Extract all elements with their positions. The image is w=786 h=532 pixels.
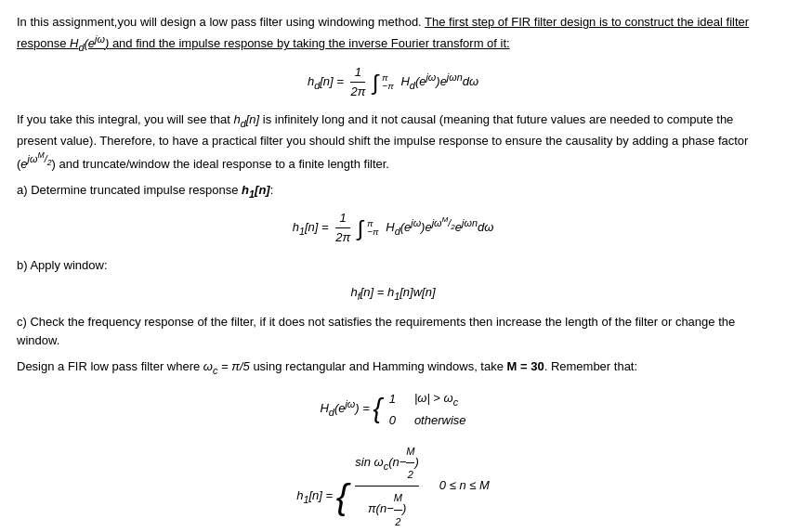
intro-para2: If you take this integral, you will see …	[17, 110, 769, 174]
eq-h1-piecewise: h1[n] = { sin ωc(n−M2) π(n−M2) 0 ≤ n ≤ M…	[17, 440, 769, 532]
eq-hd: hd[n] = 1 2π ∫ π−π Hd(ejω)ejωndω	[17, 63, 769, 101]
design-task: Design a FIR low pass filter where ωc = …	[17, 357, 769, 378]
section-a-label: a) Determine truncated impulse response …	[17, 181, 769, 201]
eq-hd-piecewise: Hd(ejω) = { 1 |ω| > ωc 0 otherwise	[17, 388, 769, 431]
section-c-label: c) Check the frequency response of the f…	[17, 313, 769, 350]
section-b-label: b) Apply window:	[17, 256, 769, 275]
main-content: In this assignment,you will design a low…	[17, 13, 769, 532]
eq-h1: h1[n] = 1 2π ∫ π−π Hd(ejω)ejωM/2ejωndω	[17, 209, 769, 247]
intro-para1: In this assignment,you will design a low…	[17, 13, 769, 56]
eq-hf: hf[n] = h1[n]w[n]	[17, 283, 769, 304]
